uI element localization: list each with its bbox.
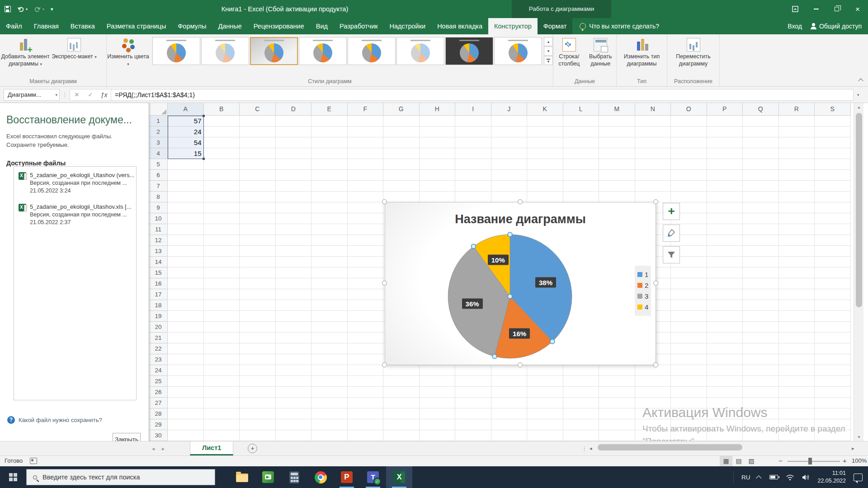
scroll-down-icon[interactable]: ▾ [854, 433, 864, 441]
series-selection-handle[interactable] [471, 244, 476, 249]
tab-вставка[interactable]: Вставка [65, 18, 101, 34]
row-header-28[interactable]: 28 [149, 408, 168, 419]
column-header-Q[interactable]: Q [743, 103, 779, 116]
zoom-level[interactable]: 100% [852, 457, 867, 464]
row-header-19[interactable]: 19 [149, 311, 168, 322]
media-app-button[interactable] [255, 466, 281, 488]
chart-style-thumbnail-4[interactable] [299, 37, 347, 65]
teams-button[interactable]: T [360, 466, 386, 488]
row-header-22[interactable]: 22 [149, 343, 168, 354]
column-header-C[interactable]: C [240, 103, 276, 116]
redo-dropdown-icon[interactable]: ▾ [42, 7, 44, 11]
chart-resize-handle[interactable] [518, 362, 523, 367]
tab-надстройки[interactable]: Надстройки [384, 18, 432, 34]
undo-dropdown-icon[interactable]: ▾ [26, 7, 28, 11]
enter-icon[interactable]: ✓ [84, 91, 97, 98]
row-header-1[interactable]: 1 [149, 116, 168, 127]
recovered-file-2[interactable]: 5_zadanie_po_ekologii_Utashov.xls [...Ве… [14, 198, 136, 230]
formula-bar-resize-handle[interactable]: ⋮ [60, 91, 70, 98]
hscroll-left-icon[interactable]: ◂ [590, 446, 592, 451]
file-explorer-button[interactable] [229, 466, 255, 488]
chart-resize-handle[interactable] [653, 199, 658, 204]
chart-filters-button[interactable] [663, 246, 680, 263]
column-header-G[interactable]: G [383, 103, 420, 116]
column-header-P[interactable]: P [707, 103, 743, 116]
row-header-27[interactable]: 27 [149, 398, 168, 408]
sheet-nav-left-icon[interactable]: ◂ [152, 446, 155, 452]
share-button[interactable]: Общий доступ [810, 23, 862, 30]
sheet-tab-active[interactable]: Лист1 [190, 441, 233, 455]
data-label-36%[interactable]: 36% [462, 298, 483, 309]
change-colors-button[interactable]: Изменить цвета ▾ [107, 36, 150, 75]
series-selection-handle[interactable] [492, 354, 497, 359]
column-header-I[interactable]: I [455, 103, 491, 116]
row-header-23[interactable]: 23 [149, 354, 168, 365]
language-indicator[interactable]: RU [741, 474, 750, 481]
row-header-16[interactable]: 16 [149, 278, 168, 289]
column-header-J[interactable]: J [491, 103, 528, 116]
tab-разметка-страницы[interactable]: Разметка страницы [101, 18, 172, 34]
series-selection-handle[interactable] [508, 232, 512, 237]
tab-вид[interactable]: Вид [310, 18, 334, 34]
data-label-10%[interactable]: 10% [488, 255, 509, 265]
cell-A2[interactable]: 24 [168, 127, 204, 137]
recovered-file-1[interactable]: 5_zadanie_po_ekologii_Utashov (vers...Ве… [14, 167, 136, 198]
row-header-6[interactable]: 6 [149, 170, 168, 181]
data-label-16%[interactable]: 16% [509, 328, 530, 339]
calculator-button[interactable] [281, 466, 307, 488]
start-button[interactable] [0, 466, 26, 488]
column-header-R[interactable]: R [779, 103, 815, 116]
gallery-more-icon[interactable]: ▾ [544, 56, 553, 65]
recovery-help-link[interactable]: ? Какой файл нужно сохранить? [7, 416, 102, 424]
column-header-B[interactable]: B [204, 103, 240, 116]
macro-record-icon[interactable] [30, 458, 37, 464]
chart-style-thumbnail-2[interactable] [201, 37, 249, 65]
tray-expand-icon[interactable] [756, 475, 762, 481]
tab-конструктор[interactable]: Конструктор [488, 18, 538, 34]
taskbar-search-input[interactable]: Введите здесь текст для поиска [26, 469, 215, 485]
row-header-21[interactable]: 21 [149, 333, 168, 343]
row-header-15[interactable]: 15 [149, 267, 168, 278]
row-header-8[interactable]: 8 [149, 192, 168, 202]
row-header-17[interactable]: 17 [149, 289, 168, 300]
close-button[interactable]: × [847, 0, 868, 18]
legend-item-4[interactable]: 4 [637, 303, 648, 311]
column-header-D[interactable]: D [276, 103, 312, 116]
data-label-38%[interactable]: 38% [535, 277, 556, 287]
customize-qat-icon[interactable]: ▾ [51, 6, 53, 12]
cell-A3[interactable]: 54 [168, 137, 204, 148]
chart-elements-button[interactable]: + [663, 203, 680, 220]
name-box-dropdown-icon[interactable]: ▾ [55, 93, 57, 97]
chart-style-thumbnail-5[interactable] [348, 37, 396, 65]
tab-формат[interactable]: Формат [538, 18, 573, 34]
column-header-E[interactable]: E [311, 103, 348, 116]
hscroll-right-icon[interactable]: ▸ [852, 446, 854, 451]
tab-scroll-splitter[interactable]: ⋮ [581, 445, 587, 452]
view-page-layout-icon[interactable]: ▤ [732, 456, 745, 466]
column-header-N[interactable]: N [635, 103, 671, 116]
cancel-icon[interactable]: ✕ [70, 91, 84, 98]
row-header-2[interactable]: 2 [149, 127, 168, 137]
scroll-up-icon[interactable]: ▴ [854, 103, 864, 111]
chart-resize-handle[interactable] [653, 281, 658, 286]
column-header-F[interactable]: F [348, 103, 384, 116]
chart-styles-button[interactable] [663, 225, 680, 242]
ribbon-display-options-button[interactable] [785, 0, 806, 18]
column-header-K[interactable]: K [527, 103, 563, 116]
powerpoint-button[interactable]: P [334, 466, 360, 488]
column-header-O[interactable]: O [671, 103, 707, 116]
move-chart-button[interactable]: Переместить диаграмму [667, 36, 719, 75]
row-header-10[interactable]: 10 [149, 213, 168, 224]
chart-resize-handle[interactable] [382, 362, 387, 367]
view-page-break-icon[interactable]: ▨ [745, 456, 758, 466]
formula-input[interactable]: =РЯД(;;Лист1!$A$1:$A$4;1) [111, 89, 854, 101]
collapse-ribbon-icon[interactable] [857, 77, 864, 83]
row-header-9[interactable]: 9 [149, 202, 168, 213]
battery-icon[interactable] [769, 475, 778, 479]
chart-style-thumbnail-6[interactable] [396, 37, 444, 65]
add-chart-element-button[interactable]: + Добавить элемент диаграммы ▾ [0, 36, 51, 75]
chart-style-thumbnail-1[interactable] [152, 37, 200, 65]
chart-resize-handle[interactable] [518, 199, 523, 204]
column-header-A[interactable]: A [168, 103, 204, 116]
tab-файл[interactable]: Файл [0, 18, 28, 34]
